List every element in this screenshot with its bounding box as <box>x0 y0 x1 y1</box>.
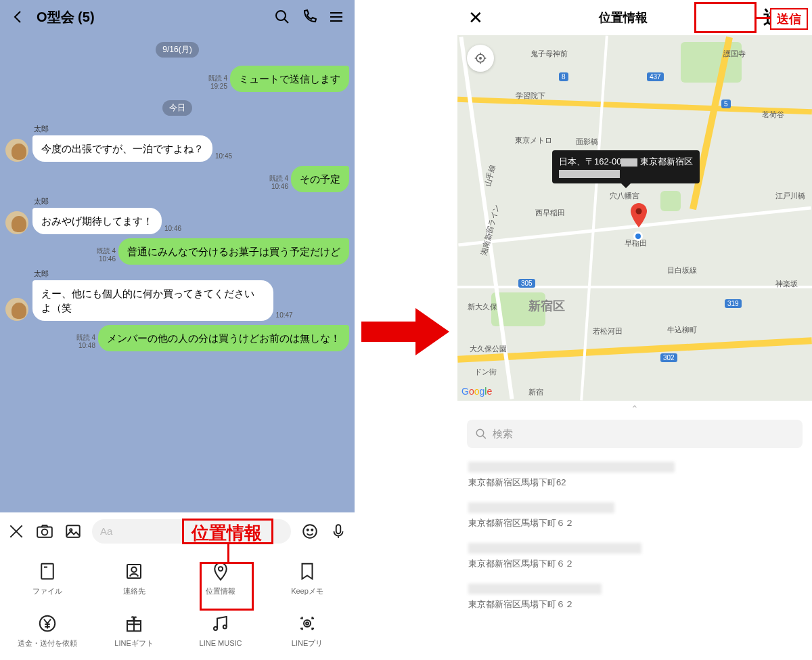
current-location-icon <box>633 232 643 241</box>
map-pin-icon[interactable] <box>629 203 648 227</box>
gps-button[interactable] <box>467 45 494 72</box>
location-item[interactable]: 東京都新宿区馬場下町62 <box>468 455 801 496</box>
menu-icon[interactable] <box>328 8 345 26</box>
chat-area: O型会 (5) 9/16(月) 既読 419:25 ミュートで送信します 今日 … <box>0 0 355 512</box>
location-screen: ✕ 位置情報 送信 鬼子母神前 護国寺 学習院下 茗荷谷 東京メトロ 面影橋 西… <box>457 0 812 660</box>
chat-title[interactable]: O型会 (5) <box>37 8 264 26</box>
message-mine: 既読 419:25 ミュートで送信します <box>5 66 349 92</box>
close-attach-icon[interactable] <box>7 522 26 541</box>
location-item[interactable]: 東京都新宿区馬場下町６２ <box>468 577 801 617</box>
sender-name: 太郎 <box>34 269 273 279</box>
attach-print[interactable]: LINEプリ <box>264 612 351 648</box>
message-mine: 既読 410:48 メンバーの他の人の分は買うけどお前のは無しな！ <box>5 325 349 351</box>
sender-name: 太郎 <box>34 196 162 206</box>
print-icon <box>296 612 319 635</box>
svg-point-5 <box>303 525 317 538</box>
map-layer: 鬼子母神前 護国寺 学習院下 茗荷谷 東京メトロ 面影橋 西早稲田 穴八幡宮 早… <box>457 35 812 401</box>
message-other: 太郎 今度の出張ですが、一泊ですよね？ 10:45 <box>5 124 349 162</box>
svg-point-21 <box>480 58 482 60</box>
chat-screen: O型会 (5) 9/16(月) 既読 419:25 ミュートで送信します 今日 … <box>0 0 355 660</box>
svg-point-18 <box>306 622 309 625</box>
date-badge: 今日 <box>162 100 192 116</box>
close-icon[interactable]: ✕ <box>468 7 483 28</box>
location-search[interactable]: 検索 <box>467 420 803 448</box>
avatar[interactable] <box>5 139 28 162</box>
svg-point-0 <box>276 11 286 20</box>
location-list: 東京都新宿区馬場下町62 東京都新宿区馬場下町６２ 東京都新宿区馬場下町６２ 東… <box>457 455 812 617</box>
attach-gift[interactable]: LINEギフト <box>91 612 177 648</box>
svg-rect-9 <box>41 563 53 579</box>
bubble[interactable]: メンバーの他の人の分は買うけどお前のは無しな！ <box>98 325 349 351</box>
search-icon[interactable] <box>273 8 291 26</box>
file-icon <box>36 560 59 583</box>
attach-money[interactable]: 送金・送付を依頼 <box>4 612 91 648</box>
arrow-icon <box>361 305 449 359</box>
map-tooltip: 日本、〒162-00 東京都新宿区 <box>552 150 700 183</box>
location-item[interactable]: 東京都新宿区馬場下町６２ <box>468 536 801 577</box>
location-item[interactable]: 東京都新宿区馬場下町６２ <box>468 496 801 536</box>
callout-label: 送信 <box>770 8 808 30</box>
bubble[interactable]: ミュートで送信します <box>230 66 349 92</box>
svg-point-11 <box>131 567 137 572</box>
bubble[interactable]: その予定 <box>291 166 349 192</box>
yen-icon <box>36 612 59 635</box>
svg-point-17 <box>304 620 311 627</box>
svg-point-7 <box>311 529 313 530</box>
google-logo: Google <box>461 386 492 397</box>
svg-point-12 <box>219 567 223 571</box>
bubble[interactable]: えー、他にも個人的に何か買ってきてくださいよ（笑 <box>32 280 273 321</box>
call-icon[interactable] <box>300 8 318 26</box>
emoji-icon[interactable] <box>300 522 319 541</box>
location-title: 位置情報 <box>483 9 763 26</box>
callout-connector <box>227 544 229 562</box>
gallery-icon[interactable] <box>64 522 83 541</box>
svg-point-6 <box>307 529 309 530</box>
message-other: 太郎 おみやげ期待してます！ 10:46 <box>5 196 349 234</box>
date-badge: 9/16(月) <box>156 42 198 58</box>
svg-point-15 <box>214 627 217 630</box>
gift-icon <box>122 612 145 635</box>
svg-rect-3 <box>66 525 80 537</box>
mic-icon[interactable] <box>329 522 348 541</box>
input-bar: Aa <box>0 512 355 550</box>
attach-panel: ファイル 連絡先 位置情報 Keepメモ 送金・送付を依頼 LINEギフト LI… <box>0 550 355 660</box>
callout-connector <box>757 17 770 19</box>
message-mine: 既読 410:46 普通にみんなで分けるお菓子は買う予定だけど <box>5 238 349 265</box>
svg-point-16 <box>223 625 227 628</box>
map[interactable]: 鬼子母神前 護国寺 学習院下 茗荷谷 東京メトロ 面影橋 西早稲田 穴八幡宮 早… <box>457 35 812 401</box>
message-other: 太郎 えー、他にも個人的に何か買ってきてくださいよ（笑 10:47 <box>5 269 349 321</box>
svg-rect-8 <box>336 525 341 533</box>
svg-point-22 <box>476 429 484 437</box>
back-icon[interactable] <box>9 8 27 26</box>
bubble[interactable]: 普通にみんなで分けるお菓子は買う予定だけど <box>118 238 349 265</box>
sender-name: 太郎 <box>34 124 212 134</box>
callout-label: 位置情報 <box>186 520 267 546</box>
attach-music[interactable]: LINE MUSIC <box>177 612 264 648</box>
location-icon <box>209 560 232 583</box>
bubble[interactable]: おみやげ期待してます！ <box>32 208 162 234</box>
attach-keep[interactable]: Keepメモ <box>264 560 351 596</box>
messages[interactable]: 9/16(月) 既読 419:25 ミュートで送信します 今日 太郎 今度の出張… <box>0 34 355 512</box>
music-icon <box>209 612 232 635</box>
avatar[interactable] <box>5 211 28 234</box>
chat-header: O型会 (5) <box>0 0 355 34</box>
attach-contact[interactable]: 連絡先 <box>91 560 177 596</box>
handle-icon[interactable]: ⌃ <box>457 401 812 417</box>
bubble[interactable]: 今度の出張ですが、一泊ですよね？ <box>32 135 212 162</box>
camera-icon[interactable] <box>35 522 54 541</box>
bookmark-icon <box>296 560 319 583</box>
attach-file[interactable]: ファイル <box>4 560 91 596</box>
message-mine: 既読 410:46 その予定 <box>5 166 349 192</box>
search-icon <box>475 428 487 440</box>
svg-point-2 <box>42 529 48 535</box>
attach-location[interactable]: 位置情報 <box>177 560 264 596</box>
svg-point-19 <box>636 208 642 215</box>
avatar[interactable] <box>5 298 28 321</box>
contact-icon <box>122 560 145 583</box>
